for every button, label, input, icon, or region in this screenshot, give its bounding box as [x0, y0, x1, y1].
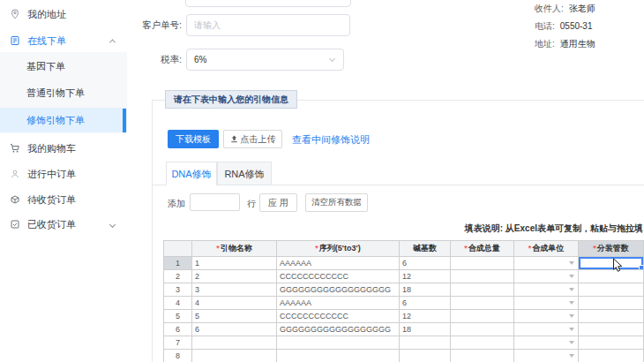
table-row: 1 1 AAAAAA 6	[164, 257, 644, 270]
primer-name-cell[interactable]: 2	[192, 270, 277, 283]
dropdown-icon[interactable]	[569, 288, 574, 291]
sidebar-item-label: 进行中订单	[27, 168, 127, 181]
partial-input-top[interactable]	[185, 0, 351, 7]
tube-count-cell[interactable]	[579, 336, 644, 350]
row-number-cell[interactable]: 8	[164, 350, 192, 362]
dropdown-icon[interactable]	[569, 261, 574, 265]
sidebar-item-received-orders[interactable]: 已收货订单	[0, 212, 127, 237]
base-count-cell[interactable]: 6	[400, 297, 451, 310]
col-header-base-count[interactable]: 碱基数	[400, 241, 451, 257]
synthesis-total-cell[interactable]	[451, 297, 514, 310]
primer-name-cell[interactable]: 1	[192, 257, 277, 270]
tube-count-cell-selected[interactable]	[579, 257, 644, 270]
base-count-cell[interactable]: 12	[400, 270, 451, 283]
col-header-primer-name[interactable]: *引物名称	[192, 241, 277, 257]
sequence-cell[interactable]: AAAAAA	[277, 297, 400, 310]
synthesis-unit-cell[interactable]	[514, 336, 579, 350]
row-number-cell[interactable]: 3	[164, 283, 192, 297]
row-number-cell[interactable]: 2	[164, 270, 192, 283]
synthesis-unit-cell[interactable]	[514, 350, 579, 362]
dropdown-icon[interactable]	[569, 301, 574, 305]
recipient-address-line: 地址:通用生物	[535, 35, 644, 53]
grid-header-row: *引物名称 *序列(5'to3') 碱基数 *合成总量 *合成单位 *分装管数	[164, 241, 644, 257]
primer-name-cell[interactable]: 4	[192, 297, 277, 310]
tax-rate-select[interactable]: 6%	[186, 49, 344, 71]
tube-count-cell[interactable]	[579, 283, 644, 297]
base-count-cell[interactable]: 18	[400, 283, 451, 297]
primer-name-cell[interactable]: 6	[192, 323, 277, 336]
sequence-cell[interactable]: CCCCCCCCCCCC	[277, 310, 400, 323]
dropdown-icon[interactable]	[569, 314, 574, 318]
sequence-cell[interactable]: CCCCCCCCCCCC	[277, 270, 400, 283]
sidebar-item-modified-primer-order[interactable]: 修饰引物下单	[0, 108, 127, 132]
sequence-cell[interactable]	[277, 336, 400, 350]
active-menu-indicator	[123, 109, 126, 132]
sequence-cell[interactable]: AAAAAA	[277, 257, 400, 270]
col-header-synthesis-total[interactable]: *合成总量	[451, 241, 514, 257]
col-header-sequence[interactable]: *序列(5'to3')	[277, 241, 400, 257]
row-number-cell[interactable]: 5	[164, 310, 192, 323]
sidebar-item-online-order[interactable]: 在线下单	[0, 28, 127, 53]
sidebar-item-in-progress-orders[interactable]: 进行中订单	[0, 162, 127, 186]
primer-name-cell[interactable]: 3	[192, 283, 277, 297]
primer-name-cell[interactable]: 5	[192, 310, 277, 323]
base-count-cell[interactable]: 12	[400, 310, 451, 323]
view-modification-link[interactable]: 查看中间修饰说明	[292, 133, 370, 147]
sidebar-item-my-cart[interactable]: 我的购物车	[0, 136, 127, 161]
dropdown-icon[interactable]	[569, 354, 574, 358]
row-number-cell[interactable]: 7	[164, 336, 192, 350]
base-count-cell[interactable]: 18	[400, 323, 451, 336]
tab-rna-modification[interactable]: RNA修饰	[217, 162, 272, 185]
row-number-cell[interactable]: 4	[164, 297, 192, 310]
selection-fill-handle[interactable]	[639, 265, 644, 270]
synthesis-total-cell[interactable]	[451, 336, 514, 350]
row-number-cell[interactable]: 1	[164, 257, 192, 270]
add-rows-label: 添加	[168, 198, 185, 210]
download-template-button[interactable]: 下载模板	[168, 130, 219, 148]
mouse-cursor-icon	[612, 258, 624, 277]
synthesis-unit-cell[interactable]	[514, 297, 579, 310]
base-count-cell[interactable]: 6	[400, 257, 451, 270]
apply-button[interactable]: 应用	[259, 193, 297, 212]
base-count-cell[interactable]	[400, 350, 451, 362]
col-header-tube-count[interactable]: *分装管数	[579, 241, 644, 257]
row-number-cell[interactable]: 6	[164, 323, 192, 336]
sidebar-item-my-address[interactable]: 我的地址	[0, 2, 127, 26]
tube-count-cell[interactable]	[579, 297, 644, 310]
synthesis-total-cell[interactable]	[451, 270, 514, 283]
sequence-cell[interactable]: GGGGGGGGGGGGGGGGGG	[277, 323, 400, 336]
customer-order-no-input[interactable]	[186, 14, 350, 36]
synthesis-unit-cell[interactable]	[514, 323, 579, 336]
primer-name-cell[interactable]	[192, 350, 277, 362]
synthesis-total-cell[interactable]	[451, 257, 514, 270]
col-header-synthesis-unit[interactable]: *合成单位	[514, 241, 579, 257]
dropdown-icon[interactable]	[569, 328, 574, 331]
dropdown-icon[interactable]	[569, 341, 574, 344]
upload-button[interactable]: 点击上传	[223, 130, 282, 148]
sidebar-item-gene-order[interactable]: 基因下单	[0, 54, 127, 79]
grid-corner-header[interactable]	[164, 241, 192, 257]
synthesis-unit-cell[interactable]	[514, 257, 579, 270]
clear-all-data-button[interactable]: 清空所有数据	[305, 193, 368, 212]
tube-count-cell[interactable]	[579, 270, 644, 283]
synthesis-unit-cell[interactable]	[514, 310, 579, 323]
sidebar-item-pending-receipt-orders[interactable]: 待收货订单	[0, 187, 127, 212]
sequence-cell[interactable]	[277, 350, 400, 362]
dropdown-icon[interactable]	[569, 275, 574, 278]
tube-count-cell[interactable]	[579, 310, 644, 323]
synthesis-total-cell[interactable]	[451, 350, 514, 362]
sequence-cell[interactable]: GGGGGGGGGGGGGGGGGG	[277, 283, 400, 297]
synthesis-unit-cell[interactable]	[514, 283, 579, 297]
tab-dna-modification[interactable]: DNA修饰	[166, 162, 217, 185]
tube-count-cell[interactable]	[579, 323, 644, 336]
cart-icon	[10, 143, 20, 154]
synthesis-total-cell[interactable]	[451, 310, 514, 323]
base-count-cell[interactable]	[400, 336, 451, 350]
add-rows-count-input[interactable]	[190, 193, 240, 211]
primer-name-cell[interactable]	[192, 336, 277, 350]
sidebar-item-normal-primer-order[interactable]: 普通引物下单	[0, 80, 127, 105]
synthesis-unit-cell[interactable]	[514, 270, 579, 283]
tube-count-cell[interactable]	[579, 350, 644, 362]
synthesis-total-cell[interactable]	[451, 323, 514, 336]
synthesis-total-cell[interactable]	[451, 283, 514, 297]
